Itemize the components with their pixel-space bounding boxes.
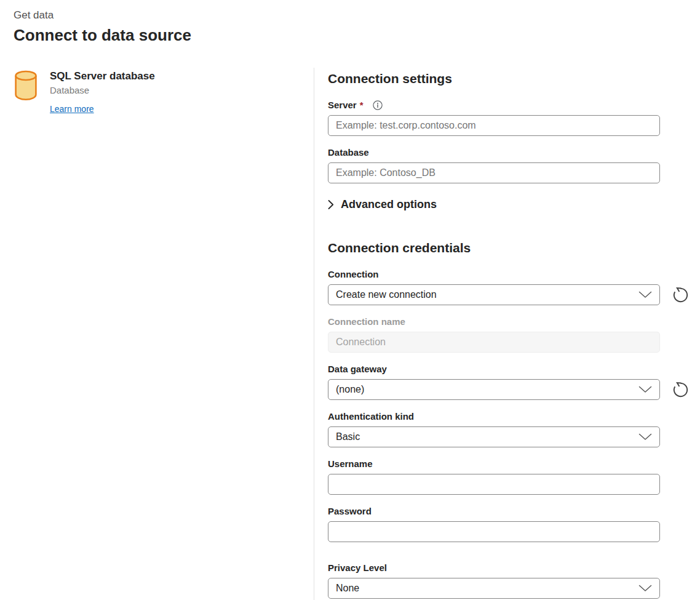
connection-label: Connection [328, 268, 690, 281]
content-columns: SQL Server database Database Learn more … [0, 68, 700, 600]
connection-dropdown-value: Create new connection [336, 289, 437, 300]
connection-name-placeholder: Connection [336, 337, 386, 348]
connection-field: Connection Create new connection [328, 268, 690, 305]
connection-name-label: Connection name [328, 316, 690, 328]
privacy-level-dropdown-value: None [336, 583, 359, 594]
required-asterisk: * [360, 99, 364, 111]
privacy-level-field: Privacy Level None [328, 562, 690, 599]
connection-settings-heading: Connection settings [328, 68, 690, 87]
chevron-down-icon [638, 386, 652, 393]
database-input[interactable] [328, 162, 660, 183]
data-gateway-field: Data gateway (none) [328, 363, 690, 400]
info-icon[interactable] [372, 100, 383, 111]
refresh-icon[interactable] [671, 380, 690, 399]
source-pane: SQL Server database Database Learn more [0, 68, 314, 600]
username-input[interactable] [328, 474, 660, 495]
learn-more-link[interactable]: Learn more [50, 104, 94, 114]
connection-dropdown[interactable]: Create new connection [328, 284, 660, 305]
data-gateway-label: Data gateway [328, 363, 690, 375]
connection-name-field: Connection name Connection [328, 316, 690, 353]
source-card: SQL Server database Database Learn more [14, 70, 301, 114]
password-field: Password [328, 505, 690, 542]
connect-to-data-source-page: Get data Connect to data source SQL Serv… [0, 0, 700, 600]
page-title: Connect to data source [14, 25, 700, 46]
authentication-kind-dropdown[interactable]: Basic [328, 426, 660, 447]
source-name: SQL Server database [50, 70, 155, 83]
server-field: Server * [328, 99, 690, 136]
password-label: Password [328, 505, 690, 518]
connection-credentials-heading: Connection credentials [328, 239, 690, 256]
advanced-options-toggle[interactable]: Advanced options [328, 197, 690, 212]
chevron-down-icon [638, 433, 652, 441]
database-icon [14, 70, 38, 101]
data-gateway-dropdown-value: (none) [336, 384, 364, 395]
breadcrumb: Get data [14, 9, 700, 22]
server-input[interactable] [328, 115, 660, 136]
chevron-down-icon [638, 585, 652, 592]
source-info: SQL Server database Database Learn more [50, 70, 155, 114]
connection-name-input: Connection [328, 332, 660, 353]
page-header: Get data Connect to data source [0, 0, 700, 46]
database-field: Database [328, 146, 690, 183]
source-type: Database [50, 84, 155, 97]
chevron-down-icon [638, 291, 652, 298]
username-label: Username [328, 458, 690, 470]
authentication-kind-field: Authentication kind Basic [328, 410, 690, 447]
refresh-icon[interactable] [671, 286, 690, 305]
password-input[interactable] [328, 521, 660, 542]
connection-form-pane: Connection settings Server * [314, 68, 700, 600]
data-gateway-dropdown[interactable]: (none) [328, 379, 660, 400]
database-label: Database [328, 146, 690, 159]
server-label-text: Server [328, 99, 357, 111]
server-label: Server * [328, 99, 690, 111]
authentication-kind-label: Authentication kind [328, 410, 690, 423]
privacy-level-label: Privacy Level [328, 562, 690, 574]
advanced-options-label: Advanced options [341, 197, 437, 212]
privacy-level-dropdown[interactable]: None [328, 578, 660, 599]
authentication-kind-dropdown-value: Basic [336, 431, 360, 442]
username-field: Username [328, 458, 690, 495]
chevron-right-icon [328, 199, 334, 210]
